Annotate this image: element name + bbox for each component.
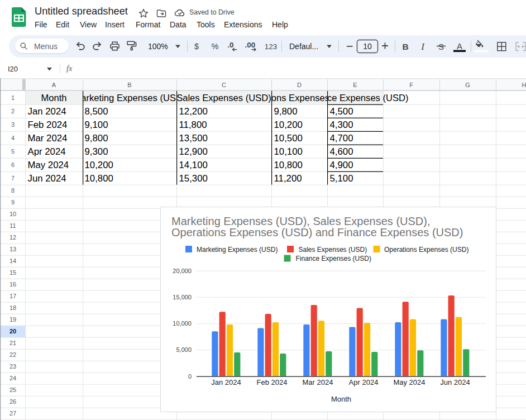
- svg-text:Defaul...: Defaul...: [289, 42, 318, 51]
- svg-text:Mar 2024: Mar 2024: [28, 133, 68, 144]
- svg-text:21: 21: [9, 340, 16, 346]
- svg-text:Marketing Expenses (USD): Marketing Expenses (USD): [197, 246, 278, 254]
- svg-text:9,300: 9,300: [85, 146, 108, 157]
- svg-text:100%: 100%: [148, 42, 168, 51]
- svg-text:11,200: 11,200: [274, 173, 302, 184]
- svg-text:Month: Month: [331, 395, 351, 403]
- svg-text:123: 123: [265, 42, 278, 51]
- svg-text:%: %: [212, 42, 219, 51]
- svg-text:H: H: [522, 82, 526, 88]
- svg-text:12: 12: [9, 234, 16, 241]
- svg-text:Jan 2024: Jan 2024: [211, 378, 241, 386]
- svg-text:4,300: 4,300: [330, 120, 353, 130]
- svg-text:9: 9: [11, 199, 15, 206]
- svg-text:10,200: 10,200: [85, 160, 113, 170]
- svg-text:4,900: 4,900: [330, 160, 353, 170]
- svg-text:.0: .0: [227, 41, 233, 49]
- svg-text:12,900: 12,900: [179, 146, 208, 157]
- svg-text:Jun 2024: Jun 2024: [440, 378, 470, 386]
- svg-text:4,700: 4,700: [330, 133, 353, 144]
- svg-text:B: B: [127, 82, 131, 88]
- svg-text:Marketing Expenses (USD), Sale: Marketing Expenses (USD), Sales Expenses…: [171, 215, 431, 227]
- svg-text:Jan 2024: Jan 2024: [28, 106, 66, 117]
- svg-text:10: 10: [363, 42, 372, 51]
- svg-text:5,100: 5,100: [330, 173, 353, 184]
- svg-text:11,800: 11,800: [179, 120, 207, 130]
- svg-text:26: 26: [9, 398, 16, 405]
- svg-text:4,600: 4,600: [330, 146, 353, 157]
- svg-text:10,800: 10,800: [274, 160, 303, 170]
- svg-text:Apr 2024: Apr 2024: [28, 146, 66, 157]
- svg-text:F: F: [409, 82, 413, 88]
- svg-text:8,500: 8,500: [85, 106, 108, 117]
- svg-text:Operations Expenses (USD): Operations Expenses (USD): [384, 246, 468, 254]
- svg-text:12,200: 12,200: [179, 106, 208, 117]
- svg-text:Sales Expenses (USD): Sales Expenses (USD): [176, 93, 271, 103]
- svg-text:D: D: [297, 82, 302, 88]
- svg-text:10,800: 10,800: [85, 173, 113, 184]
- svg-text:10,000: 10,000: [173, 320, 192, 327]
- svg-text:Mar 2024: Mar 2024: [303, 378, 333, 386]
- svg-text:10,200: 10,200: [274, 120, 303, 130]
- svg-text:Marketing Expenses (USD): Marketing Expenses (USD): [73, 93, 185, 103]
- svg-text:S: S: [438, 42, 444, 51]
- svg-text:Sales Expenses (USD): Sales Expenses (USD): [299, 246, 367, 254]
- svg-text:9,800: 9,800: [274, 106, 298, 117]
- svg-text:9,100: 9,100: [85, 120, 108, 130]
- svg-text:15,300: 15,300: [179, 173, 208, 184]
- svg-text:10: 10: [9, 211, 16, 217]
- svg-text:4,500: 4,500: [330, 106, 353, 117]
- svg-text:Month: Month: [41, 93, 66, 103]
- svg-text:A: A: [52, 82, 56, 88]
- svg-text:13,500: 13,500: [179, 133, 208, 144]
- svg-text:B: B: [402, 42, 408, 51]
- svg-text:3: 3: [11, 121, 15, 128]
- svg-text:May 2024: May 2024: [393, 378, 425, 386]
- svg-text:16: 16: [9, 281, 16, 288]
- svg-text:19: 19: [9, 316, 16, 323]
- svg-text:0: 0: [188, 373, 192, 380]
- svg-text:9,800: 9,800: [85, 133, 108, 144]
- svg-text:1: 1: [11, 94, 15, 101]
- svg-text:14: 14: [9, 257, 16, 264]
- svg-text:15: 15: [9, 269, 16, 276]
- svg-text:Finance Expenses (USD): Finance Expenses (USD): [296, 255, 371, 262]
- svg-text:25: 25: [9, 386, 16, 393]
- svg-text:2: 2: [11, 108, 15, 114]
- svg-text:Jun 2024: Jun 2024: [28, 173, 66, 184]
- svg-text:15,000: 15,000: [173, 294, 192, 300]
- svg-text:5: 5: [11, 148, 15, 155]
- svg-text:.00: .00: [245, 41, 256, 49]
- svg-text:C: C: [222, 82, 226, 88]
- svg-text:Feb 2024: Feb 2024: [257, 378, 288, 386]
- svg-text:24: 24: [9, 375, 16, 381]
- svg-text:I: I: [420, 41, 425, 52]
- svg-text:7: 7: [11, 175, 15, 182]
- svg-text:18: 18: [9, 304, 16, 311]
- svg-text:20,000: 20,000: [173, 268, 192, 274]
- svg-text:6: 6: [11, 161, 15, 168]
- svg-text:$: $: [194, 42, 199, 51]
- svg-text:5,000: 5,000: [176, 346, 192, 353]
- svg-text:23: 23: [9, 363, 16, 370]
- svg-text:10,500: 10,500: [274, 133, 303, 144]
- svg-text:E: E: [353, 82, 357, 88]
- svg-text:10,100: 10,100: [274, 146, 303, 157]
- svg-text:14,100: 14,100: [179, 160, 208, 170]
- svg-text:Feb 2024: Feb 2024: [28, 120, 68, 130]
- svg-text:Operations Expenses (USD) and: Operations Expenses (USD) and Finance Ex…: [171, 226, 463, 238]
- svg-text:20: 20: [9, 328, 16, 335]
- svg-text:G: G: [465, 82, 470, 88]
- svg-text:Apr 2024: Apr 2024: [349, 378, 379, 386]
- svg-text:4: 4: [11, 135, 15, 141]
- svg-text:17: 17: [9, 293, 16, 299]
- svg-text:8: 8: [11, 187, 15, 194]
- svg-text:May 2024: May 2024: [28, 160, 69, 170]
- svg-text:A: A: [457, 41, 462, 51]
- svg-text:27: 27: [9, 410, 16, 417]
- svg-text:22: 22: [9, 351, 16, 358]
- svg-text:11: 11: [9, 222, 16, 229]
- svg-text:13: 13: [9, 246, 16, 252]
